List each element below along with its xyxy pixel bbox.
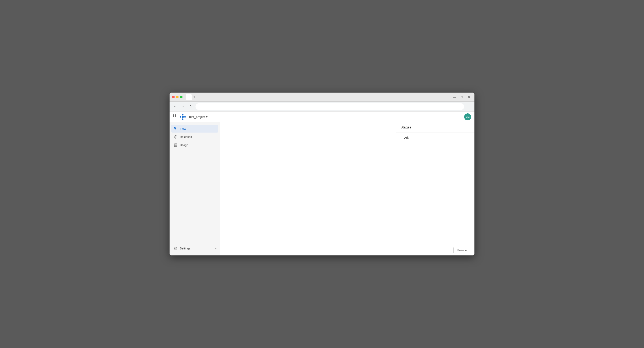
stages-footer: Release: [396, 245, 474, 255]
flow-icon: [174, 127, 178, 131]
new-tab-button[interactable]: +: [192, 95, 196, 99]
close-window-button[interactable]: [172, 96, 175, 98]
browser-toolbar: ← → ↻ ⋮: [170, 102, 474, 112]
sidebar-nav: Flow Releases: [170, 124, 220, 243]
svg-rect-1: [175, 114, 176, 116]
svg-point-4: [182, 116, 184, 118]
sidebar-releases-label: Releases: [180, 135, 192, 139]
project-name-label: Test_project: [188, 115, 205, 119]
svg-point-24: [175, 248, 176, 249]
svg-point-5: [182, 114, 184, 115]
app-header: Test_project ▾ BB: [170, 112, 474, 122]
title-bar: + — □ ✕: [170, 93, 474, 102]
stages-panel: Stages + Add Release: [396, 122, 474, 255]
svg-rect-18: [175, 130, 176, 130]
svg-point-8: [184, 116, 186, 118]
svg-rect-16: [175, 128, 176, 129]
sidebar-footer: Settings «: [170, 243, 220, 254]
sidebar-flow-label: Flow: [180, 127, 186, 130]
app-body: Flow Releases: [170, 122, 474, 255]
os-close-button[interactable]: ✕: [466, 94, 472, 100]
usage-icon: [174, 143, 178, 147]
browser-more-button[interactable]: ⋮: [466, 104, 472, 110]
stages-title: Stages: [396, 122, 474, 133]
svg-rect-15: [174, 128, 175, 129]
sidebar-item-releases[interactable]: Releases: [171, 133, 218, 141]
project-selector[interactable]: Test_project ▾: [188, 115, 208, 119]
forward-button[interactable]: →: [180, 104, 186, 110]
minimize-window-button[interactable]: [176, 96, 178, 98]
os-maximize-button[interactable]: □: [459, 94, 464, 100]
avatar[interactable]: BB: [464, 113, 471, 120]
add-stage-button[interactable]: + Add: [399, 134, 412, 141]
release-button[interactable]: Release: [454, 247, 471, 253]
apps-grid-icon[interactable]: [173, 114, 177, 119]
address-bar[interactable]: [196, 103, 464, 110]
settings-label: Settings: [180, 247, 190, 250]
window-control-buttons: [172, 96, 182, 98]
svg-rect-3: [175, 116, 176, 117]
app-logo: [180, 114, 186, 120]
os-minimize-button[interactable]: —: [452, 94, 457, 100]
svg-rect-13: [174, 127, 175, 128]
svg-rect-14: [175, 127, 176, 128]
settings-icon: [174, 247, 178, 250]
add-stage-label: Add: [404, 136, 409, 139]
sidebar-usage-label: Usage: [180, 144, 188, 147]
sidebar: Flow Releases: [170, 122, 220, 255]
reload-button[interactable]: ↻: [188, 104, 194, 110]
back-button[interactable]: ←: [172, 104, 178, 110]
sidebar-item-settings[interactable]: Settings: [171, 245, 193, 252]
project-dropdown-icon: ▾: [206, 115, 208, 119]
browser-tab[interactable]: [186, 94, 192, 100]
svg-point-6: [182, 118, 184, 120]
svg-rect-0: [173, 114, 174, 116]
browser-tabs: +: [186, 94, 450, 100]
browser-window: + — □ ✕ ← → ↻ ⋮: [170, 93, 474, 255]
releases-icon: [174, 135, 178, 139]
maximize-window-button[interactable]: [180, 96, 182, 98]
svg-rect-20: [174, 144, 177, 147]
sidebar-collapse-button[interactable]: «: [214, 245, 218, 251]
main-content: [220, 122, 396, 255]
sidebar-item-usage[interactable]: Usage: [171, 141, 218, 149]
os-window-controls: — □ ✕: [452, 94, 472, 100]
svg-rect-17: [176, 128, 178, 128]
svg-point-7: [180, 116, 181, 118]
sidebar-item-flow[interactable]: Flow: [171, 125, 218, 133]
stages-body: + Add: [396, 133, 474, 245]
add-stage-plus-icon: +: [401, 136, 403, 139]
svg-rect-2: [173, 116, 174, 117]
